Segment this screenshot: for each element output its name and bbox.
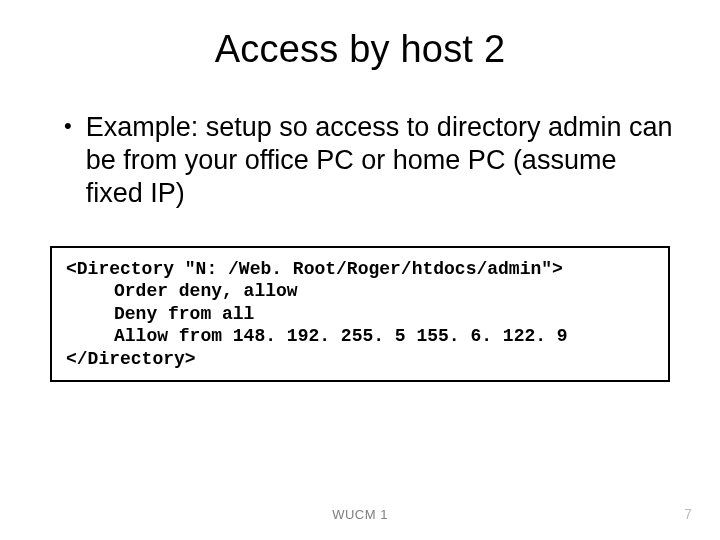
- slide: Access by host 2 • Example: setup so acc…: [0, 0, 720, 540]
- list-item: • Example: setup so access to directory …: [64, 111, 680, 210]
- code-block: <Directory "N: /Web. Root/Roger/htdocs/a…: [50, 246, 670, 383]
- code-line: Order deny, allow: [66, 280, 654, 303]
- code-line: Deny from all: [66, 303, 654, 326]
- bullet-text: Example: setup so access to directory ad…: [86, 111, 680, 210]
- code-line: </Directory>: [66, 349, 196, 369]
- code-line: Allow from 148. 192. 255. 5 155. 6. 122.…: [66, 325, 654, 348]
- bullet-list: • Example: setup so access to directory …: [64, 111, 680, 210]
- bullet-dot-icon: •: [64, 113, 72, 140]
- code-line: <Directory "N: /Web. Root/Roger/htdocs/a…: [66, 259, 563, 279]
- page-title: Access by host 2: [40, 28, 680, 71]
- page-number: 7: [684, 506, 692, 522]
- footer-label: WUCM 1: [0, 507, 720, 522]
